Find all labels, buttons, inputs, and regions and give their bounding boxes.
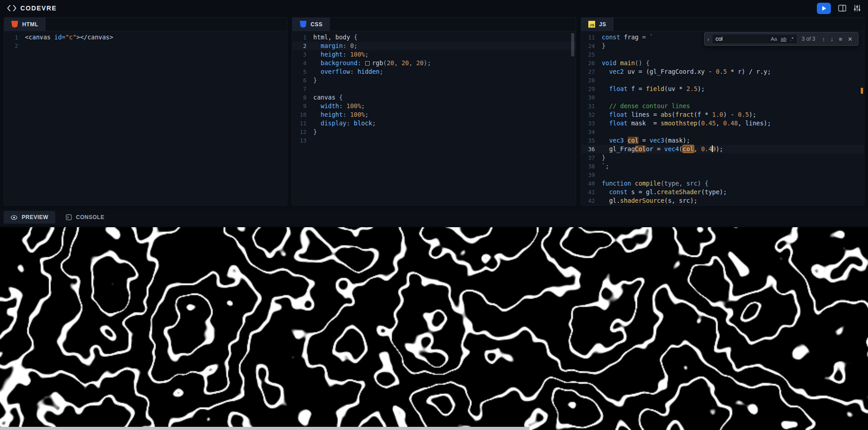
css-editor[interactable]: 1html, body {2 margin: 0;3 height: 100%;… (292, 31, 575, 205)
line-number[interactable]: 29 (581, 85, 602, 93)
code-line[interactable]: 35 vec3 col = vec3(mask); (581, 136, 864, 145)
find-in-selection-button[interactable]: ≡ (836, 34, 845, 44)
code-line[interactable]: 34 (581, 128, 864, 136)
top-header: CODEVRE (0, 0, 868, 16)
code-text: } (602, 153, 606, 162)
color-swatch[interactable] (365, 61, 370, 66)
line-number[interactable]: 5 (292, 67, 313, 76)
line-number[interactable]: 11 (292, 119, 313, 128)
code-line[interactable]: 6} (292, 76, 575, 85)
line-number[interactable]: 41 (581, 188, 602, 196)
whole-word-toggle[interactable]: ab (779, 34, 788, 44)
code-line[interactable]: 2 margin: 0; (292, 42, 575, 50)
line-number[interactable]: 37 (581, 153, 602, 162)
app-root: CODEVRE (0, 0, 868, 430)
line-number[interactable]: 9 (292, 102, 313, 110)
line-number[interactable]: 12 (292, 128, 313, 136)
line-number[interactable]: 26 (581, 59, 602, 67)
line-number[interactable]: 35 (581, 136, 602, 145)
line-number[interactable]: 10 (292, 110, 313, 119)
line-number[interactable]: 27 (581, 67, 602, 76)
code-line[interactable]: 30 (581, 93, 864, 102)
settings-button[interactable] (854, 5, 861, 12)
line-number[interactable]: 2 (292, 42, 313, 50)
line-number[interactable]: 42 (581, 196, 602, 205)
code-line[interactable]: 33 float mask = smoothstep(0.45, 0.48, l… (581, 119, 864, 128)
code-line[interactable]: 38`; (581, 162, 864, 171)
line-number[interactable]: 6 (292, 76, 313, 85)
tab-preview[interactable]: PREVIEW (4, 211, 55, 224)
find-input[interactable] (715, 36, 769, 42)
line-number[interactable]: 1 (292, 33, 313, 42)
tab-console[interactable]: CONSOLE (59, 211, 111, 224)
code-line[interactable]: 4 background: rgb(20, 20, 20); (292, 59, 575, 67)
run-button[interactable] (817, 3, 831, 14)
line-number[interactable]: 8 (292, 93, 313, 102)
code-line[interactable]: 39 (581, 171, 864, 179)
line-number[interactable]: 3 (292, 50, 313, 59)
next-match-button[interactable]: ↓ (828, 34, 836, 44)
code-line[interactable]: 42 gl.shaderSource(s, src); (581, 196, 864, 205)
line-number[interactable]: 39 (581, 171, 602, 179)
code-line[interactable]: 2 (4, 42, 287, 50)
code-line[interactable]: 32 float lines = abs(fract(f * 1.0) - 0.… (581, 110, 864, 119)
code-line[interactable]: 12} (292, 128, 575, 136)
code-text: vec2 uv = (gl_FragCoord.xy - 0.5 * r) / … (602, 67, 771, 76)
line-number[interactable]: 31 (581, 102, 602, 110)
line-number[interactable]: 38 (581, 162, 602, 171)
code-line[interactable]: 3 height: 100%; (292, 50, 575, 59)
line-number[interactable]: 36 (581, 145, 602, 153)
code-text: gl_FragColor = vec4(col, 0.49); (602, 145, 723, 153)
line-number[interactable]: 32 (581, 110, 602, 119)
code-line[interactable]: 37} (581, 153, 864, 162)
line-number[interactable]: 13 (292, 136, 313, 145)
code-text: `; (602, 162, 609, 171)
code-line[interactable]: 29 float f = field(uv * 2.5); (581, 85, 864, 93)
html-editor[interactable]: 1<canvas id="c"></canvas>2 (4, 31, 287, 205)
code-line[interactable]: 1<canvas id="c"></canvas> (4, 33, 287, 42)
play-icon (822, 6, 826, 11)
horizontal-scrollbar-thumb[interactable] (0, 427, 529, 430)
code-line[interactable]: 41 const s = gl.createShader(type); (581, 188, 864, 196)
line-number[interactable]: 7 (292, 85, 313, 93)
tab-css[interactable]: CSS (292, 18, 329, 31)
line-number[interactable]: 4 (292, 59, 313, 67)
line-number[interactable]: 25 (581, 50, 602, 59)
line-number[interactable]: 33 (581, 119, 602, 128)
match-case-toggle[interactable]: Aa (769, 34, 779, 44)
regex-toggle[interactable]: .* (788, 34, 796, 44)
horizontal-scrollbar[interactable] (0, 427, 868, 430)
line-number[interactable]: 28 (581, 76, 602, 85)
line-number[interactable]: 34 (581, 128, 602, 136)
code-line[interactable]: 27 vec2 uv = (gl_FragCoord.xy - 0.5 * r)… (581, 67, 864, 76)
code-line[interactable]: 1html, body { (292, 33, 575, 42)
code-line[interactable]: 13 (292, 136, 575, 145)
line-number[interactable]: 30 (581, 93, 602, 102)
code-line[interactable]: 28 (581, 76, 864, 85)
code-line[interactable]: 7 (292, 85, 575, 93)
code-line[interactable]: 36 gl_FragColor = vec4(col, 0.49); (581, 145, 864, 153)
code-text: height: 100%; (313, 110, 368, 119)
code-line[interactable]: 9 width: 100%; (292, 102, 575, 110)
line-number[interactable]: 24 (581, 42, 602, 50)
line-number[interactable]: 11 (581, 33, 602, 42)
close-find-button[interactable]: ✕ (845, 34, 855, 44)
line-number[interactable]: 1 (4, 33, 25, 42)
code-line[interactable]: 25 (581, 50, 864, 59)
line-number[interactable]: 40 (581, 179, 602, 188)
expand-replace-chevron[interactable]: › (705, 33, 712, 45)
code-line[interactable]: 40function compile(type, src) { (581, 179, 864, 188)
code-line[interactable]: 8canvas { (292, 93, 575, 102)
layout-button[interactable] (838, 5, 846, 12)
tab-html[interactable]: HTML (4, 18, 46, 31)
css-editor-scrollbar[interactable] (571, 33, 574, 57)
line-number[interactable]: 2 (4, 42, 25, 50)
code-line[interactable]: 5 overflow: hidden; (292, 67, 575, 76)
tab-js[interactable]: JS JS (581, 18, 614, 31)
code-line[interactable]: 26void main() { (581, 59, 864, 67)
code-line[interactable]: 31 // dense contour lines (581, 102, 864, 110)
js-editor[interactable]: 11const frag = `24}2526void main() {27 v… (581, 31, 864, 205)
code-line[interactable]: 11 display: block; (292, 119, 575, 128)
code-line[interactable]: 10 height: 100%; (292, 110, 575, 119)
prev-match-button[interactable]: ↑ (819, 34, 828, 44)
